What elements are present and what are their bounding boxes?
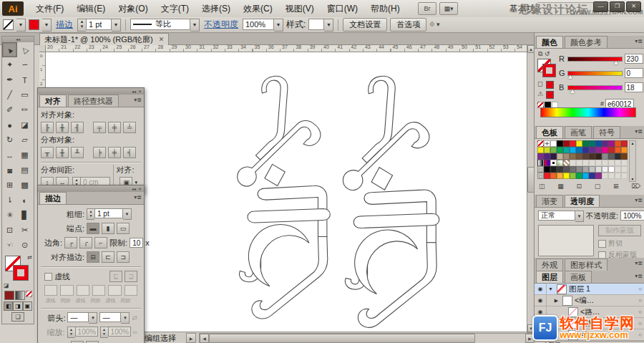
layer-name[interactable]: <路… — [580, 307, 600, 317]
visibility-eye-icon[interactable]: ◉ — [535, 295, 547, 306]
horizontal-scroll-thumb[interactable] — [209, 334, 475, 343]
swatch-1-3[interactable] — [557, 147, 563, 153]
stroke-weight-value[interactable]: 1 pt — [86, 19, 112, 30]
horizontal-align-center-icon[interactable]: ╫ — [56, 122, 69, 133]
swap-fill-stroke-icon[interactable]: ⇄ — [27, 254, 32, 261]
arrow-end-dropdown[interactable]: ▼ — [121, 312, 130, 324]
swatch-0-9[interactable] — [595, 140, 602, 147]
delete-swatch-icon[interactable]: ⌦ — [631, 183, 640, 190]
panel-menu-icon[interactable]: ▾≣ — [635, 197, 643, 203]
swatch-3-1[interactable] — [544, 160, 550, 166]
free-transform-tool[interactable]: ▦ — [17, 148, 32, 163]
menu-item-3[interactable]: 文字(T) — [155, 0, 195, 17]
swatch-2-2[interactable] — [550, 153, 557, 160]
toolbar-collapse-icon[interactable]: ◂◂ — [2, 37, 34, 42]
layer-name[interactable]: 图层 1 — [569, 284, 590, 294]
swatch-3-2[interactable] — [550, 160, 557, 166]
paintbrush-tool[interactable]: ✐ — [2, 102, 17, 117]
dashed-checkbox[interactable] — [44, 273, 52, 281]
stroke-weight-stepper[interactable]: ▲▼ — [77, 19, 86, 32]
layer-row-0[interactable]: ◉▼图层 1○ — [535, 284, 644, 295]
layer-target-icon[interactable]: ○ — [638, 286, 642, 292]
visibility-eye-icon[interactable]: ◉ — [535, 329, 547, 340]
make-mask-button[interactable]: 制作蒙版 — [598, 225, 641, 236]
status-next-icon[interactable]: ▶ — [186, 333, 196, 343]
horizontal-distribute-left-icon[interactable]: ╞ — [93, 147, 106, 158]
fill-color-swatch[interactable] — [29, 19, 39, 30]
gamut-color-chip[interactable] — [546, 81, 554, 89]
arrow-start-select[interactable]: — — [67, 312, 89, 322]
swatch-5-8[interactable] — [589, 173, 595, 179]
swatch-1-13[interactable] — [621, 147, 628, 153]
horizontal-distribute-right-icon[interactable]: ╡ — [123, 147, 136, 158]
swatch-1-10[interactable] — [602, 147, 608, 153]
eraser-tool[interactable]: ◪ — [17, 117, 32, 132]
swatch-2-12[interactable] — [615, 153, 621, 160]
arrow-start-dropdown[interactable]: ▼ — [89, 312, 97, 324]
swatch-3-0[interactable] — [537, 160, 544, 166]
swatch-1-11[interactable] — [608, 147, 615, 153]
draw-mode-icon[interactable]: ❏ — [11, 312, 24, 322]
round-cap-icon[interactable]: ▮ — [102, 223, 114, 234]
zoom-tool[interactable]: ⊙ — [17, 238, 32, 253]
swatch-5-12[interactable] — [615, 173, 621, 179]
swatch-4-5[interactable] — [570, 166, 576, 173]
layer-thumbnail[interactable] — [562, 296, 572, 306]
swatch-1-2[interactable] — [550, 147, 557, 153]
color-swap-icon[interactable]: ⧉ ↺ — [538, 50, 550, 58]
slider-G[interactable] — [567, 71, 623, 76]
width-profile-select[interactable]: 等比 — [130, 19, 190, 30]
layer-thumbnail[interactable] — [568, 319, 578, 329]
align-dash-icon[interactable]: ⊒ — [125, 271, 137, 282]
symbol-sprayer-tool[interactable]: ✳ — [2, 208, 17, 223]
vertical-distribute-center-icon[interactable]: ╫ — [56, 147, 69, 158]
slider-value-B[interactable]: 18 — [625, 82, 643, 92]
default-fill-stroke-icon[interactable]: ◪ — [4, 282, 9, 289]
visibility-eye-icon[interactable]: ◉ — [535, 284, 547, 294]
gradient-tool[interactable]: ▩ — [17, 178, 32, 193]
menu-item-0[interactable]: 文件(F) — [29, 0, 70, 17]
blend-tool[interactable]: ◐ — [17, 193, 32, 208]
layer-thumbnail[interactable] — [557, 284, 567, 294]
new-color-group-icon[interactable]: ▢ — [595, 183, 601, 190]
swatch-0-7[interactable] — [582, 140, 589, 147]
stroke-proxy-icon[interactable] — [3, 19, 14, 30]
color-mode-icon[interactable] — [4, 291, 14, 300]
swatch-5-10[interactable] — [602, 173, 608, 179]
blend-mode-dropdown[interactable]: ▼ — [575, 211, 584, 222]
slice-tool[interactable]: ✂ — [17, 223, 32, 238]
swatch-3-7[interactable] — [582, 160, 589, 166]
bridge-button[interactable]: Br — [418, 2, 436, 15]
arrow-end-select[interactable]: — — [99, 312, 121, 322]
swatch-0-0[interactable] — [537, 140, 544, 147]
swatch-4-11[interactable] — [608, 166, 615, 173]
color-stroke-proxy-icon[interactable] — [543, 64, 555, 77]
layer-row-1[interactable]: ◉▶<编…○ — [535, 295, 644, 306]
stroke-proxy-dropdown[interactable]: ▼ — [16, 19, 26, 32]
swatch-4-1[interactable] — [544, 166, 550, 173]
tab-swatches[interactable]: 色板 — [536, 126, 563, 138]
swatch-2-0[interactable] — [537, 153, 544, 160]
swatch-4-6[interactable] — [576, 166, 582, 173]
lasso-tool[interactable]: ∽ — [17, 57, 32, 72]
panel-menu-icon[interactable]: ▾≣ — [635, 128, 643, 135]
tab-stroke[interactable]: 描边 — [39, 192, 67, 204]
swatch-0-5[interactable] — [570, 140, 576, 147]
layer-target-icon[interactable]: ○ — [638, 320, 642, 327]
stroke-center-icon[interactable]: ⊟ — [87, 251, 99, 263]
color-spectrum[interactable] — [540, 107, 636, 117]
layer-name[interactable]: <路… — [580, 319, 600, 329]
layer-target-icon[interactable]: ○ — [638, 297, 642, 304]
swatch-5-2[interactable] — [550, 173, 557, 179]
warning-icon[interactable]: ⚠ — [537, 90, 543, 97]
swatch-2-8[interactable] — [589, 153, 595, 160]
restore-button[interactable]: ❐ — [610, 1, 625, 12]
swatch-0-10[interactable] — [602, 140, 608, 147]
document-setup-button[interactable]: 文档设置 — [343, 18, 387, 32]
layer-row-2[interactable]: ◉<路…○ — [535, 306, 644, 318]
screen-mode-normal-icon[interactable]: ◧ — [4, 301, 13, 311]
swatch-0-11[interactable] — [608, 140, 615, 147]
panel-collapse-icon[interactable]: ◂◂ — [132, 186, 136, 191]
swatch-1-5[interactable] — [570, 147, 576, 153]
magic-wand-tool[interactable]: ✦ — [2, 57, 17, 72]
